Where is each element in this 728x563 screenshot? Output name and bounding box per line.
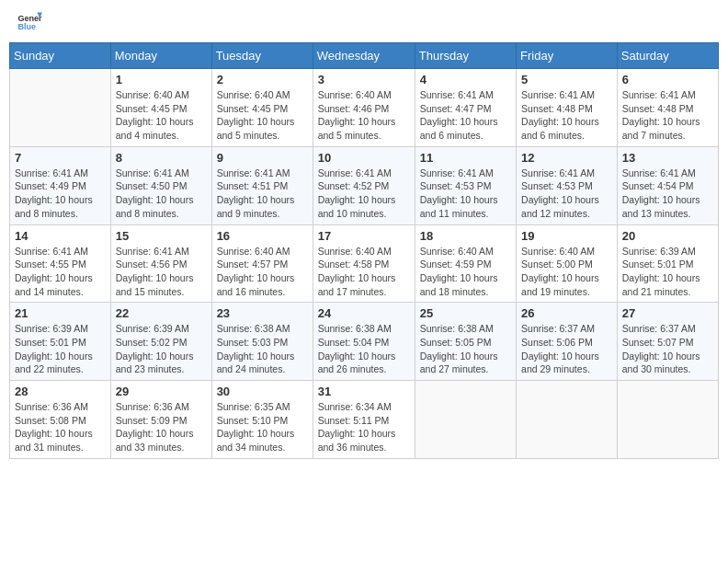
day-info: Sunrise: 6:41 AM Sunset: 4:54 PM Dayligh… <box>622 167 713 221</box>
calendar: SundayMondayTuesdayWednesdayThursdayFrid… <box>9 42 719 459</box>
weekday-header-sunday: Sunday <box>10 43 111 69</box>
day-info: Sunrise: 6:40 AM Sunset: 4:46 PM Dayligh… <box>318 88 410 143</box>
day-info: Sunrise: 6:41 AM Sunset: 4:48 PM Dayligh… <box>622 88 713 143</box>
day-number: 10 <box>318 151 410 165</box>
day-number: 20 <box>622 229 713 243</box>
day-info: Sunrise: 6:40 AM Sunset: 4:57 PM Dayligh… <box>217 245 308 299</box>
day-info: Sunrise: 6:41 AM Sunset: 4:51 PM Dayligh… <box>217 167 308 221</box>
day-info: Sunrise: 6:41 AM Sunset: 4:49 PM Dayligh… <box>15 167 106 221</box>
weekday-header-thursday: Thursday <box>415 43 516 69</box>
calendar-cell <box>10 69 111 147</box>
day-number: 4 <box>420 73 511 86</box>
day-info: Sunrise: 6:41 AM Sunset: 4:48 PM Dayligh… <box>521 88 612 143</box>
day-info: Sunrise: 6:40 AM Sunset: 5:00 PM Dayligh… <box>521 245 612 299</box>
calendar-cell: 22Sunrise: 6:39 AM Sunset: 5:02 PM Dayli… <box>110 303 211 381</box>
calendar-cell: 7Sunrise: 6:41 AM Sunset: 4:49 PM Daylig… <box>10 146 111 224</box>
calendar-cell: 14Sunrise: 6:41 AM Sunset: 4:55 PM Dayli… <box>10 224 111 303</box>
day-number: 19 <box>521 229 612 243</box>
day-info: Sunrise: 6:41 AM Sunset: 4:55 PM Dayligh… <box>15 245 106 299</box>
day-number: 29 <box>116 385 207 398</box>
calendar-cell: 23Sunrise: 6:38 AM Sunset: 5:03 PM Dayli… <box>211 303 313 381</box>
day-number: 27 <box>622 306 713 320</box>
day-info: Sunrise: 6:40 AM Sunset: 4:45 PM Dayligh… <box>217 88 308 143</box>
weekday-header-saturday: Saturday <box>617 43 718 69</box>
day-info: Sunrise: 6:39 AM Sunset: 5:01 PM Dayligh… <box>15 322 106 376</box>
calendar-cell: 8Sunrise: 6:41 AM Sunset: 4:50 PM Daylig… <box>110 146 211 224</box>
day-number: 1 <box>116 73 207 86</box>
day-number: 25 <box>420 306 511 320</box>
week-row-2: 14Sunrise: 6:41 AM Sunset: 4:55 PM Dayli… <box>10 224 719 303</box>
day-number: 3 <box>318 73 410 86</box>
svg-text:Blue: Blue <box>17 22 36 31</box>
day-info: Sunrise: 6:41 AM Sunset: 4:56 PM Dayligh… <box>116 245 207 299</box>
calendar-cell: 17Sunrise: 6:40 AM Sunset: 4:58 PM Dayli… <box>313 224 415 303</box>
day-info: Sunrise: 6:37 AM Sunset: 5:06 PM Dayligh… <box>521 322 612 376</box>
day-number: 8 <box>116 151 207 165</box>
logo-icon: General Blue <box>17 9 42 35</box>
day-number: 2 <box>217 73 308 86</box>
calendar-cell <box>517 381 618 459</box>
calendar-cell: 12Sunrise: 6:41 AM Sunset: 4:53 PM Dayli… <box>517 146 618 224</box>
calendar-cell: 9Sunrise: 6:41 AM Sunset: 4:51 PM Daylig… <box>211 146 313 224</box>
calendar-cell <box>415 381 516 459</box>
calendar-cell <box>617 381 718 459</box>
day-info: Sunrise: 6:38 AM Sunset: 5:03 PM Dayligh… <box>217 322 308 376</box>
day-number: 14 <box>15 229 106 243</box>
day-info: Sunrise: 6:36 AM Sunset: 5:09 PM Dayligh… <box>116 400 207 454</box>
day-info: Sunrise: 6:41 AM Sunset: 4:47 PM Dayligh… <box>420 88 511 143</box>
day-number: 26 <box>521 306 612 320</box>
day-info: Sunrise: 6:39 AM Sunset: 5:02 PM Dayligh… <box>116 322 207 376</box>
calendar-cell: 29Sunrise: 6:36 AM Sunset: 5:09 PM Dayli… <box>110 381 211 459</box>
day-info: Sunrise: 6:34 AM Sunset: 5:11 PM Dayligh… <box>318 400 410 454</box>
calendar-cell: 30Sunrise: 6:35 AM Sunset: 5:10 PM Dayli… <box>211 381 313 459</box>
calendar-cell: 15Sunrise: 6:41 AM Sunset: 4:56 PM Dayli… <box>110 224 211 303</box>
day-info: Sunrise: 6:37 AM Sunset: 5:07 PM Dayligh… <box>622 322 713 376</box>
week-row-4: 28Sunrise: 6:36 AM Sunset: 5:08 PM Dayli… <box>10 381 719 459</box>
day-info: Sunrise: 6:41 AM Sunset: 4:53 PM Dayligh… <box>521 167 612 221</box>
calendar-cell: 10Sunrise: 6:41 AM Sunset: 4:52 PM Dayli… <box>313 146 415 224</box>
day-info: Sunrise: 6:35 AM Sunset: 5:10 PM Dayligh… <box>217 400 308 454</box>
calendar-cell: 1Sunrise: 6:40 AM Sunset: 4:45 PM Daylig… <box>110 69 211 147</box>
day-number: 5 <box>521 73 612 86</box>
calendar-cell: 16Sunrise: 6:40 AM Sunset: 4:57 PM Dayli… <box>211 224 313 303</box>
calendar-cell: 19Sunrise: 6:40 AM Sunset: 5:00 PM Dayli… <box>517 224 618 303</box>
day-number: 16 <box>217 229 308 243</box>
weekday-header-friday: Friday <box>517 43 618 69</box>
weekday-header-row: SundayMondayTuesdayWednesdayThursdayFrid… <box>10 43 719 69</box>
day-number: 30 <box>217 385 308 398</box>
weekday-header-tuesday: Tuesday <box>211 43 313 69</box>
day-number: 31 <box>318 385 410 398</box>
day-number: 21 <box>15 306 106 320</box>
calendar-cell: 4Sunrise: 6:41 AM Sunset: 4:47 PM Daylig… <box>415 69 516 147</box>
day-info: Sunrise: 6:40 AM Sunset: 4:45 PM Dayligh… <box>116 88 207 143</box>
calendar-cell: 11Sunrise: 6:41 AM Sunset: 4:53 PM Dayli… <box>415 146 516 224</box>
logo: General Blue <box>17 9 42 35</box>
day-number: 9 <box>217 151 308 165</box>
calendar-cell: 5Sunrise: 6:41 AM Sunset: 4:48 PM Daylig… <box>517 69 618 147</box>
calendar-cell: 18Sunrise: 6:40 AM Sunset: 4:59 PM Dayli… <box>415 224 516 303</box>
weekday-header-wednesday: Wednesday <box>313 43 415 69</box>
day-info: Sunrise: 6:40 AM Sunset: 4:58 PM Dayligh… <box>318 245 410 299</box>
day-number: 7 <box>15 151 106 165</box>
day-number: 12 <box>521 151 612 165</box>
day-number: 28 <box>15 385 106 398</box>
week-row-0: 1Sunrise: 6:40 AM Sunset: 4:45 PM Daylig… <box>10 69 719 147</box>
calendar-cell: 6Sunrise: 6:41 AM Sunset: 4:48 PM Daylig… <box>617 69 718 147</box>
day-number: 17 <box>318 229 410 243</box>
day-number: 13 <box>622 151 713 165</box>
day-info: Sunrise: 6:41 AM Sunset: 4:52 PM Dayligh… <box>318 167 410 221</box>
day-number: 15 <box>116 229 207 243</box>
weekday-header-monday: Monday <box>110 43 211 69</box>
calendar-cell: 3Sunrise: 6:40 AM Sunset: 4:46 PM Daylig… <box>313 69 415 147</box>
day-number: 11 <box>420 151 511 165</box>
calendar-cell: 20Sunrise: 6:39 AM Sunset: 5:01 PM Dayli… <box>617 224 718 303</box>
header: General Blue <box>9 9 719 35</box>
calendar-cell: 2Sunrise: 6:40 AM Sunset: 4:45 PM Daylig… <box>211 69 313 147</box>
calendar-cell: 31Sunrise: 6:34 AM Sunset: 5:11 PM Dayli… <box>313 381 415 459</box>
week-row-1: 7Sunrise: 6:41 AM Sunset: 4:49 PM Daylig… <box>10 146 719 224</box>
calendar-cell: 24Sunrise: 6:38 AM Sunset: 5:04 PM Dayli… <box>313 303 415 381</box>
day-number: 22 <box>116 306 207 320</box>
calendar-cell: 26Sunrise: 6:37 AM Sunset: 5:06 PM Dayli… <box>517 303 618 381</box>
calendar-cell: 21Sunrise: 6:39 AM Sunset: 5:01 PM Dayli… <box>10 303 111 381</box>
calendar-cell: 25Sunrise: 6:38 AM Sunset: 5:05 PM Dayli… <box>415 303 516 381</box>
